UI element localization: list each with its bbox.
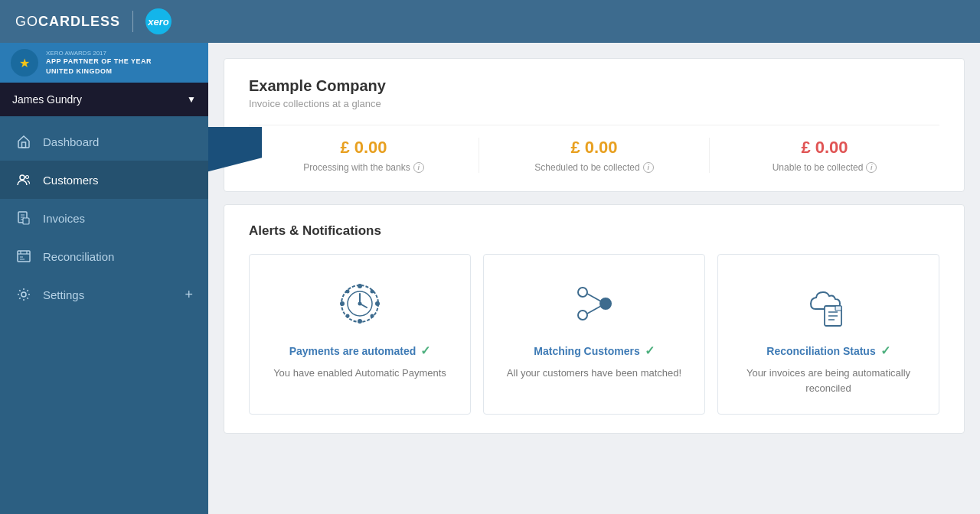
- logo-group: GOCARDLESS xero: [15, 8, 172, 34]
- payments-title: Payments are automated ✓: [289, 343, 431, 358]
- alert-card-payments: Payments are automated ✓ You have enable…: [249, 254, 471, 415]
- sidebar-item-dashboard[interactable]: Dashboard: [0, 122, 208, 161]
- reconciliation-status-desc: Your invoices are being automatically re…: [733, 366, 923, 395]
- award-banner: ★ XERO AWARDS 2017 APP PARTNER OF THE YE…: [0, 43, 208, 83]
- settings-plus-icon[interactable]: +: [185, 287, 193, 303]
- svg-point-6: [21, 292, 26, 297]
- award-line2: UNITED KINGDOM: [46, 67, 152, 76]
- svg-point-15: [340, 301, 345, 306]
- svg-point-20: [371, 290, 374, 294]
- settings-icon: [15, 286, 32, 303]
- payments-check-icon: ✓: [420, 343, 430, 358]
- svg-point-14: [358, 319, 362, 324]
- reconciliation-icon: [15, 248, 32, 265]
- award-line1: APP PARTNER OF THE YEAR: [46, 57, 152, 67]
- sidebar-item-settings[interactable]: Settings +: [0, 275, 208, 314]
- svg-line-25: [587, 306, 601, 314]
- unable-amount: £ 0.00: [722, 138, 927, 158]
- award-year: XERO AWARDS 2017: [46, 50, 152, 57]
- chevron-down-icon: ▼: [187, 94, 196, 105]
- reconciliation-label: Reconciliation: [43, 250, 193, 263]
- stat-unable: £ 0.00 Unable to be collected i: [710, 138, 939, 173]
- xero-logo: xero: [145, 8, 172, 34]
- clock-gear-icon: [332, 276, 387, 331]
- invoices-icon: [15, 210, 32, 226]
- processing-label: Processing with the banks i: [261, 162, 466, 173]
- sidebar-nav: Dashboard Customers: [0, 116, 208, 320]
- reconciliation-check-icon: ✓: [880, 343, 890, 358]
- unable-info-icon[interactable]: i: [866, 162, 877, 173]
- cloud-doc-icon: [801, 276, 856, 331]
- svg-rect-5: [18, 251, 30, 262]
- home-icon: [15, 133, 32, 150]
- company-title: Example Company: [249, 77, 939, 95]
- stat-processing: £ 0.00 Processing with the banks i: [249, 138, 479, 173]
- svg-point-18: [371, 314, 374, 318]
- matching-title: Matching Customers ✓: [534, 343, 654, 358]
- svg-point-12: [358, 302, 362, 306]
- stat-scheduled: £ 0.00 Scheduled to be collected i: [479, 138, 710, 173]
- matching-desc: All your customers have been matched!: [507, 366, 681, 381]
- svg-rect-27: [835, 306, 841, 311]
- svg-point-21: [578, 288, 587, 297]
- customers-label: Customers: [43, 174, 193, 187]
- payments-desc: You have enabled Automatic Payments: [273, 366, 446, 381]
- alert-card-reconciliation: Reconciliation Status ✓ Your invoices ar…: [717, 254, 939, 415]
- processing-info-icon[interactable]: i: [413, 162, 424, 173]
- main-content: Example Company Invoice collections at a…: [208, 43, 980, 514]
- company-card: Example Company Invoice collections at a…: [224, 58, 965, 192]
- sidebar-item-reconciliation[interactable]: Reconciliation: [0, 237, 208, 275]
- svg-point-13: [358, 284, 362, 288]
- sidebar-item-customers[interactable]: Customers: [0, 161, 208, 199]
- user-name: James Gundry: [12, 93, 82, 106]
- dashboard-label: Dashboard: [43, 135, 193, 148]
- svg-point-23: [600, 298, 611, 309]
- customers-icon: [15, 171, 32, 188]
- alerts-title: Alerts & Notifications: [249, 223, 939, 239]
- processing-amount: £ 0.00: [261, 138, 466, 158]
- scheduled-info-icon[interactable]: i: [643, 162, 654, 173]
- sidebar-item-invoices[interactable]: Invoices: [0, 199, 208, 237]
- svg-point-16: [375, 301, 380, 306]
- svg-point-19: [346, 314, 350, 318]
- award-text-block: XERO AWARDS 2017 APP PARTNER OF THE YEAR…: [46, 50, 152, 76]
- matching-check-icon: ✓: [645, 343, 655, 358]
- main-layout: ★ XERO AWARDS 2017 APP PARTNER OF THE YE…: [0, 43, 980, 514]
- alert-cards: Payments are automated ✓ You have enable…: [249, 254, 939, 415]
- top-bar: GOCARDLESS xero: [0, 0, 980, 43]
- scheduled-label: Scheduled to be collected i: [492, 162, 697, 173]
- svg-line-24: [587, 294, 601, 301]
- scheduled-amount: £ 0.00: [492, 138, 697, 158]
- reconciliation-status-title: Reconciliation Status ✓: [766, 343, 890, 358]
- alert-card-matching: Matching Customers ✓ All your customers …: [483, 254, 705, 415]
- alerts-section: Alerts & Notifications: [224, 204, 965, 434]
- sidebar: ★ XERO AWARDS 2017 APP PARTNER OF THE YE…: [0, 43, 208, 514]
- svg-point-22: [578, 311, 587, 320]
- gocardless-logo: GOCARDLESS: [15, 14, 120, 30]
- settings-label: Settings: [43, 288, 174, 301]
- award-icon: ★: [11, 49, 38, 76]
- stats-row: £ 0.00 Processing with the banks i £ 0.0…: [249, 125, 939, 173]
- svg-rect-4: [23, 218, 29, 224]
- svg-point-2: [26, 176, 29, 179]
- svg-point-17: [346, 290, 350, 294]
- unable-label: Unable to be collected i: [722, 162, 927, 173]
- invoices-label: Invoices: [43, 212, 193, 225]
- company-subtitle: Invoice collections at a glance: [249, 98, 939, 109]
- svg-point-1: [20, 175, 24, 180]
- svg-rect-0: [22, 142, 26, 148]
- logo-divider: [132, 11, 133, 32]
- matching-icon: [567, 276, 622, 331]
- user-menu[interactable]: James Gundry ▼: [0, 83, 208, 116]
